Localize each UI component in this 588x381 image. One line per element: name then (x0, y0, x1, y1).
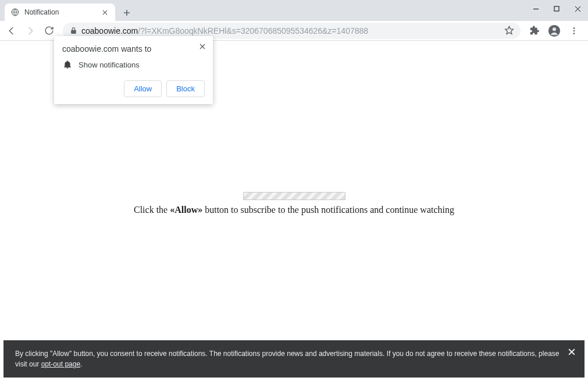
allow-button[interactable]: Allow (124, 80, 162, 97)
msg-prefix: Click the (134, 205, 170, 215)
msg-bold: «Allow» (170, 205, 202, 215)
bookmark-star-icon[interactable] (503, 25, 515, 37)
menu-icon[interactable] (566, 23, 582, 39)
svg-point-4 (573, 27, 575, 29)
svg-point-5 (573, 30, 575, 31)
window-controls (525, 0, 588, 17)
page-center: Click the «Allow» button to subscribe to… (0, 192, 588, 215)
forward-button[interactable] (22, 23, 38, 39)
block-button[interactable]: Block (166, 80, 205, 97)
url-host: coaboowie.com (81, 26, 138, 35)
lock-icon (69, 26, 78, 35)
url-path: /?l=XKmG8ooqkNkREHl&s=320670685095534626… (138, 26, 368, 35)
window-title-bar: Notification (0, 0, 588, 21)
consent-footer: By clicking "Allow" button, you consent … (3, 340, 585, 378)
svg-point-3 (553, 27, 556, 31)
popup-close-button[interactable] (197, 41, 208, 52)
globe-icon (10, 8, 20, 17)
tab-title: Notification (24, 8, 100, 16)
browser-tab[interactable]: Notification (5, 3, 115, 21)
tab-close-button[interactable] (100, 8, 109, 17)
footer-close-button[interactable] (566, 346, 578, 358)
footer-text-1: By clicking "Allow" button, you consent … (15, 350, 559, 368)
extensions-icon[interactable] (526, 23, 543, 39)
opt-out-link[interactable]: opt-out page (41, 360, 80, 368)
footer-text-2: . (80, 360, 82, 368)
msg-suffix: button to subscribe to the push notifica… (202, 205, 454, 215)
new-tab-button[interactable] (119, 5, 135, 21)
profile-icon[interactable] (546, 23, 562, 39)
svg-point-6 (573, 33, 575, 34)
page-message: Click the «Allow» button to subscribe to… (134, 205, 454, 215)
window-close-button[interactable] (567, 0, 588, 17)
svg-rect-1 (554, 6, 559, 11)
minimize-button[interactable] (525, 0, 546, 17)
maximize-button[interactable] (546, 0, 567, 17)
back-button[interactable] (3, 23, 20, 39)
tabs-area: Notification (0, 0, 135, 21)
bell-icon (62, 59, 73, 70)
toolbar-right (526, 23, 585, 39)
popup-title: coaboowie.com wants to (62, 44, 205, 54)
notification-permission-popup: coaboowie.com wants to Show notification… (54, 36, 213, 104)
permission-row: Show notifications (62, 59, 205, 70)
progress-bar (243, 192, 345, 200)
popup-actions: Allow Block (62, 80, 205, 97)
permission-label: Show notifications (79, 60, 140, 69)
